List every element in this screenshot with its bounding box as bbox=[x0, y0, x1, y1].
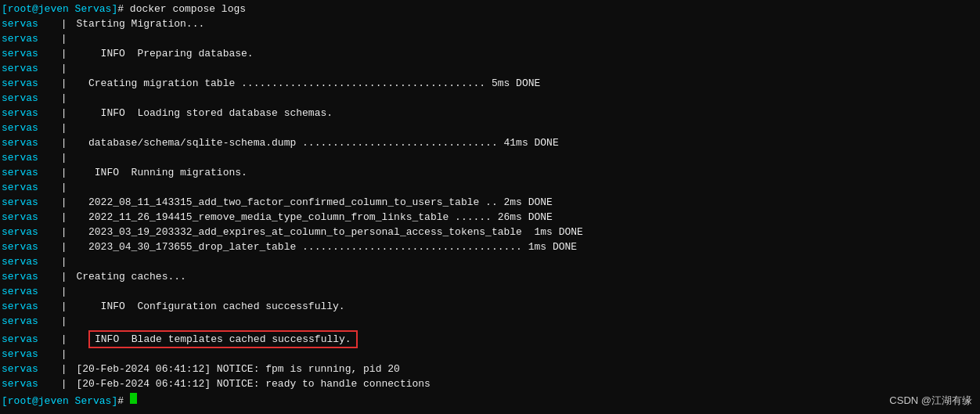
log-prefix: servas bbox=[2, 196, 55, 208]
log-line-3: servas | bbox=[0, 33, 980, 48]
prompt-user: [root@jeven Servas] bbox=[2, 3, 117, 15]
log-prefix: servas bbox=[2, 211, 55, 223]
log-prefix: servas bbox=[2, 92, 55, 104]
log-line-17: servas | 2023_04_30_173655_drop_later_ta… bbox=[0, 241, 980, 256]
log-prefix: servas bbox=[2, 33, 55, 45]
log-line-4: servas | INFO Preparing database. bbox=[0, 48, 980, 63]
log-line-13: servas | bbox=[0, 182, 980, 196]
log-prefix: servas bbox=[2, 348, 55, 360]
log-prefix: servas bbox=[2, 77, 55, 89]
prompt-line-1: [root@jeven Servas]# docker compose logs bbox=[0, 3, 980, 18]
log-line-22: servas | bbox=[0, 315, 980, 330]
log-line-24: servas | bbox=[0, 348, 980, 363]
log-prefix: servas bbox=[2, 363, 55, 375]
log-prefix: servas bbox=[2, 18, 55, 30]
log-line-18: servas | bbox=[0, 256, 980, 271]
log-prefix: servas bbox=[2, 226, 55, 238]
blade-cache-highlight: INFO Blade templates cached successfully… bbox=[88, 330, 358, 348]
log-prefix: servas bbox=[2, 378, 55, 390]
prompt-hash: # bbox=[117, 3, 130, 15]
log-line-15: servas | 2022_11_26_194415_remove_media_… bbox=[0, 211, 980, 226]
log-line-14: servas | 2022_08_11_143315_add_two_facto… bbox=[0, 196, 980, 211]
log-prefix: servas bbox=[2, 167, 55, 178]
log-line-2: servas | Starting Migration... bbox=[0, 18, 980, 33]
log-line-6: servas | Creating migration table ......… bbox=[0, 77, 980, 92]
log-prefix: servas bbox=[2, 241, 55, 253]
log-prefix: servas bbox=[2, 122, 55, 134]
log-line-10: servas | database/schema/sqlite-schema.d… bbox=[0, 137, 980, 152]
last-prompt-hash: # bbox=[117, 395, 130, 407]
log-line-8: servas | INFO Loading stored database sc… bbox=[0, 107, 980, 122]
log-line-16: servas | 2023_03_19_203332_add_expires_a… bbox=[0, 226, 980, 241]
log-line-25: servas | [20-Feb-2024 06:41:12] NOTICE: … bbox=[0, 363, 980, 378]
watermark: CSDN @江湖有缘 bbox=[889, 394, 972, 408]
log-line-11: servas | bbox=[0, 152, 980, 167]
last-prompt-line[interactable]: [root@jeven Servas]# bbox=[0, 393, 980, 408]
log-prefix: servas bbox=[2, 271, 55, 283]
log-line-21: servas | INFO Configuration cached succe… bbox=[0, 301, 980, 315]
log-line-19: servas | Creating caches... bbox=[0, 271, 980, 286]
log-prefix: servas bbox=[2, 333, 55, 345]
log-prefix: servas bbox=[2, 48, 55, 59]
log-prefix: servas bbox=[2, 315, 55, 327]
log-prefix: servas bbox=[2, 286, 55, 297]
last-prompt-user: [root@jeven Servas] bbox=[2, 395, 117, 407]
log-line-12: servas | INFO Running migrations. bbox=[0, 167, 980, 182]
log-prefix: servas bbox=[2, 152, 55, 164]
log-prefix: servas bbox=[2, 256, 55, 268]
terminal: [root@jeven Servas]# docker compose logs… bbox=[0, 0, 980, 414]
prompt-command: docker compose logs bbox=[130, 3, 246, 15]
log-prefix: servas bbox=[2, 107, 55, 119]
log-line-20: servas | bbox=[0, 286, 980, 301]
log-prefix: servas bbox=[2, 182, 55, 193]
terminal-cursor bbox=[130, 393, 137, 404]
log-prefix: servas bbox=[2, 137, 55, 149]
log-line-26: servas | [20-Feb-2024 06:41:12] NOTICE: … bbox=[0, 378, 980, 393]
log-prefix: servas bbox=[2, 301, 55, 312]
highlighted-blade-line: servas | INFO Blade templates cached suc… bbox=[0, 330, 980, 348]
log-line-9: servas | bbox=[0, 122, 980, 137]
log-prefix: servas bbox=[2, 63, 55, 74]
log-line-5: servas | bbox=[0, 63, 980, 77]
log-line-7: servas | bbox=[0, 92, 980, 107]
